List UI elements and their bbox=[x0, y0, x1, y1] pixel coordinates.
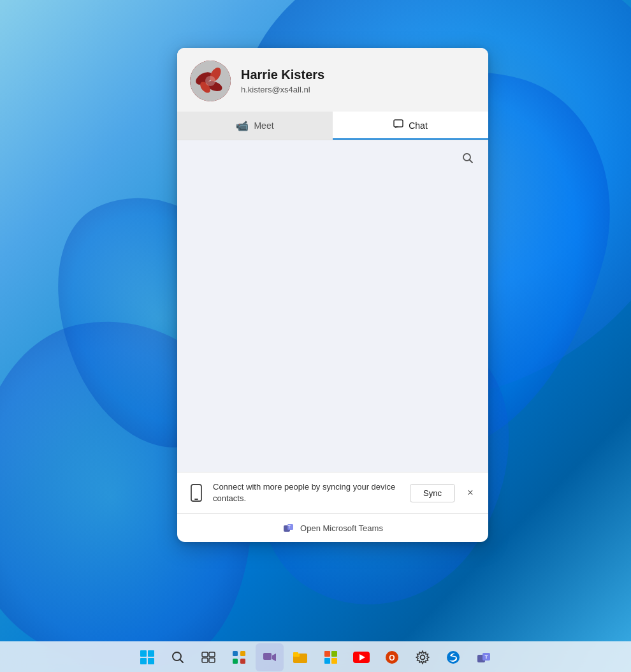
chat-icon bbox=[393, 119, 403, 132]
sync-text: Connect with more people by syncing your… bbox=[213, 481, 402, 504]
taskbar-youtube-button[interactable] bbox=[347, 643, 375, 671]
svg-rect-27 bbox=[293, 652, 298, 654]
svg-text:O: O bbox=[389, 653, 395, 662]
svg-rect-21 bbox=[240, 651, 245, 656]
widgets-icon bbox=[232, 650, 246, 664]
sync-close-button[interactable]: × bbox=[463, 485, 478, 500]
avatar bbox=[190, 61, 231, 101]
svg-rect-23 bbox=[240, 659, 245, 664]
taskbar-start-button[interactable] bbox=[133, 643, 161, 671]
office-icon: O bbox=[385, 650, 399, 664]
svg-rect-24 bbox=[263, 653, 272, 660]
windows-logo-icon bbox=[140, 650, 154, 664]
svg-line-15 bbox=[180, 659, 183, 662]
settings-icon bbox=[416, 650, 430, 664]
sync-button[interactable]: Sync bbox=[410, 484, 455, 502]
youtube-icon bbox=[353, 652, 370, 663]
taskbar-search-button[interactable] bbox=[164, 643, 192, 671]
user-email: h.kisters@xs4all.nl bbox=[241, 85, 324, 94]
svg-rect-30 bbox=[324, 658, 330, 664]
user-name: Harrie Kisters bbox=[241, 68, 324, 82]
svg-rect-16 bbox=[202, 652, 208, 657]
tab-meet-label: Meet bbox=[254, 121, 273, 131]
svg-rect-9 bbox=[191, 485, 201, 501]
edge-icon bbox=[446, 650, 460, 664]
avatar-image bbox=[190, 61, 231, 101]
teams-chat-icon bbox=[263, 650, 277, 664]
taskbar-taskview-button[interactable] bbox=[194, 643, 222, 671]
taskbar-teams-button[interactable]: T bbox=[470, 643, 498, 671]
user-info: Harrie Kisters h.kisters@xs4all.nl bbox=[241, 68, 324, 94]
svg-rect-20 bbox=[233, 651, 238, 656]
tab-chat[interactable]: Chat bbox=[333, 112, 488, 140]
taskbar: O T bbox=[0, 641, 631, 672]
svg-rect-17 bbox=[209, 652, 215, 657]
tab-chat-label: Chat bbox=[409, 121, 428, 131]
desktop: Harrie Kisters h.kisters@xs4all.nl 📹 Mee… bbox=[0, 0, 631, 672]
svg-rect-22 bbox=[233, 659, 238, 664]
video-icon: 📹 bbox=[236, 120, 249, 132]
svg-rect-31 bbox=[331, 658, 337, 664]
phone-icon bbox=[187, 484, 205, 502]
taskview-icon bbox=[201, 652, 215, 663]
svg-rect-6 bbox=[394, 120, 403, 127]
store-icon bbox=[324, 650, 338, 664]
card-tabs: 📹 Meet Chat bbox=[177, 112, 488, 140]
teams-icon: T bbox=[282, 522, 295, 534]
search-icon bbox=[171, 650, 185, 664]
svg-point-36 bbox=[421, 655, 425, 659]
tab-meet[interactable]: 📹 Meet bbox=[177, 112, 333, 140]
svg-point-5 bbox=[205, 76, 215, 86]
taskbar-settings-button[interactable] bbox=[409, 643, 437, 671]
svg-text:T: T bbox=[288, 525, 291, 529]
svg-rect-28 bbox=[324, 651, 330, 657]
svg-rect-18 bbox=[202, 658, 208, 662]
taskbar-teams-chat-button[interactable] bbox=[256, 643, 284, 671]
search-button[interactable] bbox=[458, 148, 478, 168]
contact-card: Harrie Kisters h.kisters@xs4all.nl 📹 Mee… bbox=[177, 48, 488, 542]
taskbar-explorer-button[interactable] bbox=[286, 643, 314, 671]
open-teams-footer[interactable]: T Open Microsoft Teams bbox=[177, 513, 488, 542]
taskbar-store-button[interactable] bbox=[317, 643, 345, 671]
svg-line-8 bbox=[470, 160, 473, 163]
card-body bbox=[177, 140, 488, 472]
taskbar-office-button[interactable]: O bbox=[378, 643, 406, 671]
svg-rect-19 bbox=[209, 658, 215, 662]
open-teams-label: Open Microsoft Teams bbox=[300, 523, 383, 533]
svg-text:T: T bbox=[485, 654, 488, 660]
taskbar-widgets-button[interactable] bbox=[225, 643, 253, 671]
sync-banner: Connect with more people by syncing your… bbox=[177, 472, 488, 513]
teams-taskbar-icon: T bbox=[476, 650, 491, 665]
explorer-icon bbox=[293, 650, 308, 664]
svg-rect-29 bbox=[331, 651, 337, 657]
card-header: Harrie Kisters h.kisters@xs4all.nl bbox=[177, 48, 488, 112]
taskbar-edge-button[interactable] bbox=[439, 643, 467, 671]
